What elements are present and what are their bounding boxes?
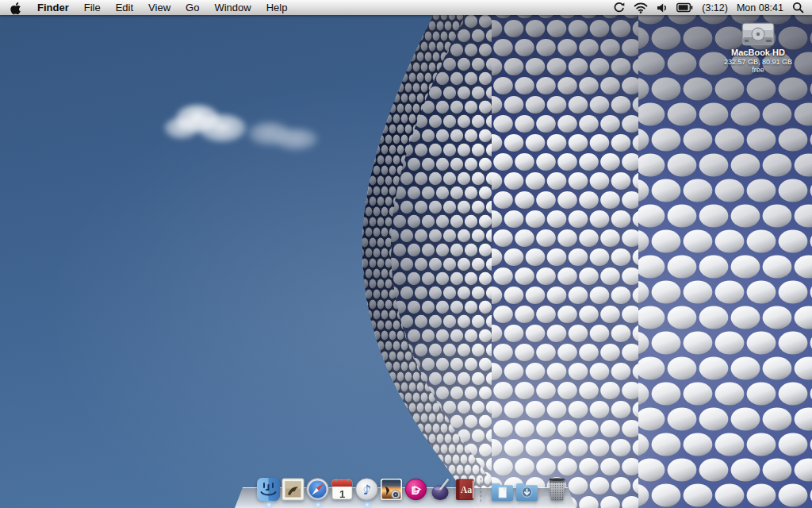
dock-item-ink-pen-app[interactable] <box>428 477 453 502</box>
menu-item-help[interactable]: Help <box>266 0 288 15</box>
dictionary-book-icon: Aa <box>453 477 477 502</box>
dock-item-safari[interactable] <box>305 477 330 502</box>
wifi-icon <box>634 2 648 13</box>
battery-time-remaining: (3:12) <box>702 2 728 13</box>
volume-menu-extra[interactable] <box>657 2 668 13</box>
dock-item-idvd[interactable]: D <box>404 477 428 502</box>
volume-info-label: 232.57 GB, 80.91 GB free <box>722 58 794 74</box>
spotlight-magnifier-icon <box>792 2 804 13</box>
dock-divider <box>481 478 481 502</box>
apple-logo-icon <box>10 2 21 14</box>
volume-icon <box>657 2 668 13</box>
menu-item-view[interactable]: View <box>148 0 170 15</box>
dock-stack-documents[interactable] <box>490 480 515 502</box>
dock-stack-downloads[interactable] <box>515 480 539 502</box>
menu-item-window[interactable]: Window <box>214 0 251 15</box>
folder-download-icon <box>515 480 539 502</box>
desktop-wallpaper <box>0 0 812 508</box>
dock-icons-row: 1 ♪ <box>256 477 569 502</box>
dock-item-dictionary[interactable]: Aa <box>453 477 477 502</box>
inkwell-pen-icon <box>428 477 453 502</box>
menu-bar-clock[interactable]: Mon 08:41 <box>737 2 783 13</box>
folder-document-icon <box>490 480 515 502</box>
running-indicator <box>266 502 271 507</box>
calendar-icon: 1 <box>330 477 354 502</box>
hard-drive-icon <box>740 21 776 47</box>
svg-text:♪: ♪ <box>363 482 372 498</box>
volume-name-label: MacBook HD <box>731 48 785 57</box>
photo-camera-icon <box>379 477 404 502</box>
sync-arrows-icon <box>613 2 625 13</box>
itunes-disc-note-icon: ♪ <box>354 477 379 502</box>
selfridges-building-graphic <box>0 0 812 508</box>
dock-trash[interactable] <box>545 477 569 502</box>
dock-item-ical[interactable]: 1 <box>330 477 354 502</box>
spotlight-menu-extra[interactable] <box>792 2 804 13</box>
battery-icon <box>676 2 693 13</box>
battery-menu-extra[interactable] <box>676 2 693 13</box>
menu-item-go[interactable]: Go <box>186 0 199 15</box>
sync-menu-extra[interactable] <box>613 2 625 13</box>
dictionary-glyph: Aa <box>461 484 473 495</box>
mail-stamp-icon <box>281 477 305 502</box>
idvd-disc-icon: D <box>404 477 428 502</box>
dock-item-itunes[interactable]: ♪ <box>354 477 379 502</box>
desktop-icon-macbook-hd[interactable]: MacBook HD 232.57 GB, 80.91 GB free <box>722 21 794 74</box>
wire-trash-basket-icon <box>547 477 567 502</box>
wifi-menu-extra[interactable] <box>634 2 648 13</box>
running-indicator <box>365 502 370 507</box>
safari-compass-icon <box>305 477 330 502</box>
running-indicator <box>316 502 320 507</box>
calendar-day-number: 1 <box>339 488 345 500</box>
dock: 1 ♪ <box>0 470 812 508</box>
dock-item-mail[interactable] <box>281 477 305 502</box>
dock-item-iphoto[interactable] <box>379 477 404 502</box>
dock-item-finder[interactable] <box>256 477 281 502</box>
menu-bar: Finder File Edit View Go Window Help <box>0 0 812 15</box>
apple-menu[interactable] <box>10 2 21 14</box>
finder-face-icon <box>256 477 281 502</box>
menu-item-edit[interactable]: Edit <box>116 0 133 15</box>
menu-item-finder[interactable]: Finder <box>37 0 69 15</box>
menu-item-file[interactable]: File <box>84 0 101 15</box>
cloud-wisp <box>243 116 322 157</box>
